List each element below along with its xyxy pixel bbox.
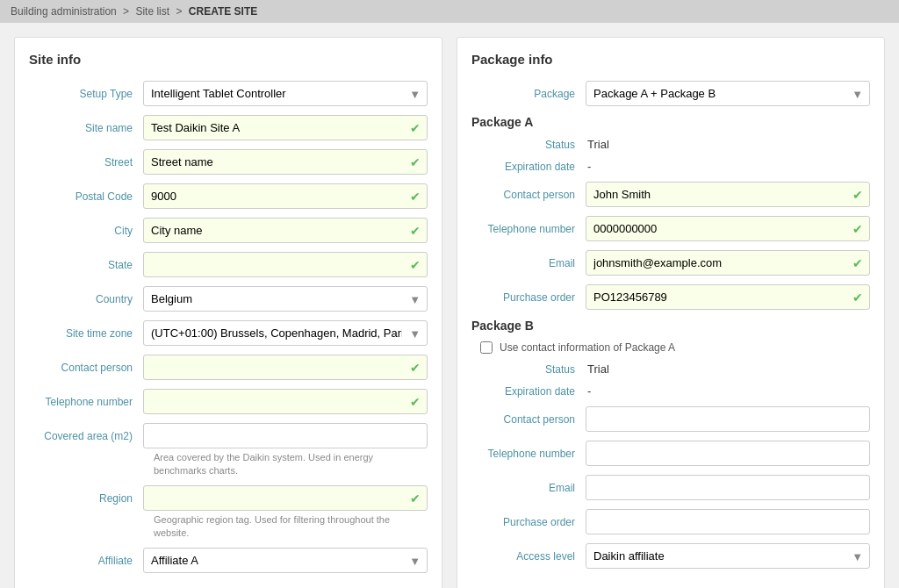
timezone-wrap: (UTC+01:00) Brussels, Copenhagen, Madrid…	[143, 320, 428, 346]
pkg-a-expiration-row: Expiration date -	[471, 160, 870, 173]
package-info-title: Package info	[471, 52, 870, 67]
pkg-a-purchase-row: Purchase order ✔	[471, 284, 870, 310]
breadcrumb-part3: CREATE SITE	[189, 5, 257, 18]
pkg-b-email-wrap	[586, 475, 870, 500]
street-input[interactable]	[143, 149, 428, 175]
package-label: Package	[471, 88, 586, 100]
postal-code-input[interactable]	[143, 183, 428, 209]
pkg-b-contact-wrap	[586, 406, 870, 432]
site-name-label: Site name	[29, 122, 143, 134]
state-wrap: ✔	[143, 252, 428, 277]
site-info-title: Site info	[29, 52, 428, 67]
pkg-b-email-label: Email	[471, 482, 586, 494]
country-select[interactable]: Belgium	[143, 286, 428, 312]
pkg-a-email-row: Email ✔	[471, 250, 870, 276]
pkg-b-purchase-row: Purchase order	[471, 509, 870, 534]
pkg-a-contact-label: Contact person	[471, 189, 586, 201]
pkg-b-purchase-label: Purchase order	[471, 516, 586, 528]
covered-area-row: Covered area (m2)	[29, 423, 428, 448]
pkg-b-status-value: Trial	[586, 362, 609, 376]
pkg-a-purchase-wrap: ✔	[586, 284, 870, 310]
breadcrumb-sep2: >	[176, 5, 182, 18]
pkg-a-telephone-wrap: ✔	[586, 216, 870, 241]
state-label: State	[29, 259, 143, 271]
city-row: City ✔	[29, 218, 428, 243]
setup-type-label: Setup Type	[29, 88, 143, 100]
telephone-row: Telephone number ✔	[29, 389, 428, 414]
region-hint: Geographic region tag. Used for filterin…	[154, 514, 390, 538]
contact-person-label: Contact person	[29, 362, 143, 374]
use-contact-checkbox[interactable]	[480, 341, 493, 354]
use-contact-row: Use contact information of Package A	[471, 341, 870, 354]
city-input[interactable]	[143, 218, 428, 243]
state-input[interactable]	[143, 252, 428, 277]
contact-person-row: Contact person ✔	[29, 355, 428, 380]
state-row: State ✔	[29, 252, 428, 277]
pkg-a-email-wrap: ✔	[586, 250, 870, 276]
timezone-row: Site time zone (UTC+01:00) Brussels, Cop…	[29, 320, 428, 346]
pkg-a-status-row: Status Trial	[471, 138, 870, 151]
pkg-b-access-row: Access level Daikin affiliate ▼	[471, 543, 870, 569]
affiliate-label: Affiliate	[29, 555, 143, 567]
pkg-b-status-row: Status Trial	[471, 362, 870, 376]
covered-area-wrap	[143, 423, 428, 448]
region-wrap: ✔	[143, 485, 428, 511]
covered-area-group: Covered area (m2) Area covered by the Da…	[29, 423, 428, 477]
country-wrap: Belgium ▼	[143, 286, 428, 312]
setup-type-select[interactable]: Intelligent Tablet Controller	[143, 81, 428, 106]
pkg-a-contact-input[interactable]	[586, 182, 870, 207]
pkg-a-purchase-label: Purchase order	[471, 291, 586, 304]
street-row: Street ✔	[29, 149, 428, 175]
region-input[interactable]	[143, 485, 428, 511]
covered-area-hint: Area covered by the Daikin system. Used …	[154, 452, 373, 476]
pkg-b-telephone-label: Telephone number	[471, 448, 586, 460]
pkg-a-expiration-label: Expiration date	[471, 161, 586, 173]
pkg-a-status-label: Status	[471, 139, 586, 151]
timezone-select[interactable]: (UTC+01:00) Brussels, Copenhagen, Madrid…	[143, 320, 428, 346]
pkg-a-contact-wrap: ✔	[586, 182, 870, 207]
region-group: Region ✔ Geographic region tag. Used for…	[29, 485, 428, 539]
affiliate-wrap: Affiliate A ▼	[143, 548, 428, 573]
use-contact-label: Use contact information of Package A	[500, 341, 675, 354]
site-info-panel: Site info Setup Type Intelligent Tablet …	[14, 37, 442, 588]
country-label: Country	[29, 293, 143, 305]
pkg-b-telephone-input[interactable]	[586, 441, 870, 466]
affiliate-select[interactable]: Affiliate A	[143, 548, 428, 573]
timezone-label: Site time zone	[29, 327, 143, 340]
pkg-a-contact-row: Contact person ✔	[471, 182, 870, 207]
pkg-b-telephone-row: Telephone number	[471, 441, 870, 466]
pkg-a-purchase-input[interactable]	[586, 284, 870, 310]
pkg-b-email-input[interactable]	[586, 475, 870, 500]
package-b-title: Package B	[471, 319, 870, 333]
pkg-b-access-wrap: Daikin affiliate ▼	[586, 543, 870, 569]
affiliate-row: Affiliate Affiliate A ▼	[29, 548, 428, 573]
pkg-a-email-input[interactable]	[586, 250, 870, 276]
postal-code-row: Postal Code ✔	[29, 183, 428, 209]
site-name-row: Site name ✔	[29, 115, 428, 140]
package-a-title: Package A	[471, 115, 870, 129]
pkg-a-expiration-value: -	[586, 160, 591, 173]
pkg-a-status-value: Trial	[586, 138, 609, 151]
package-row: Package Package A + Package B ▼	[471, 81, 870, 106]
telephone-input[interactable]	[143, 389, 428, 414]
pkg-b-contact-row: Contact person	[471, 406, 870, 432]
pkg-b-purchase-input[interactable]	[586, 509, 870, 534]
covered-area-input[interactable]	[143, 423, 428, 448]
setup-type-row: Setup Type Intelligent Tablet Controller…	[29, 81, 428, 106]
package-wrap: Package A + Package B ▼	[586, 81, 870, 106]
pkg-b-access-label: Access level	[471, 550, 586, 563]
pkg-a-telephone-input[interactable]	[586, 216, 870, 241]
breadcrumb: Building administration > Site list > CR…	[0, 0, 899, 23]
site-name-input[interactable]	[143, 115, 428, 140]
package-select[interactable]: Package A + Package B	[586, 81, 870, 106]
breadcrumb-part2: Site list	[135, 5, 169, 18]
postal-code-wrap: ✔	[143, 183, 428, 209]
pkg-b-contact-input[interactable]	[586, 406, 870, 432]
region-row: Region ✔	[29, 485, 428, 511]
pkg-b-access-select[interactable]: Daikin affiliate	[586, 543, 870, 569]
telephone-label: Telephone number	[29, 396, 143, 408]
street-label: Street	[29, 156, 143, 169]
contact-person-input[interactable]	[143, 355, 428, 380]
pkg-b-telephone-wrap	[586, 441, 870, 466]
pkg-a-telephone-label: Telephone number	[471, 223, 586, 235]
